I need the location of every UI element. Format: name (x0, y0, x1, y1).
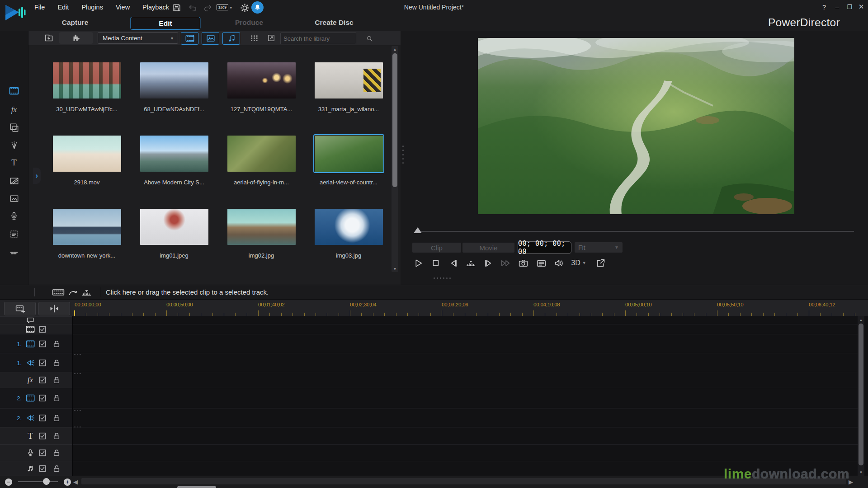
seek-playhead-marker[interactable] (414, 227, 422, 233)
library-item[interactable]: aerial-view-of-countr... (315, 136, 383, 186)
sidebar-item-title-room[interactable]: T (0, 156, 28, 169)
scroll-down-icon[interactable]: ▼ (392, 266, 398, 272)
track-header-title[interactable]: T (0, 427, 72, 444)
track-enable-checkbox[interactable] (39, 359, 46, 366)
track-enable-checkbox[interactable] (39, 449, 46, 456)
fast-forward-icon[interactable] (499, 257, 512, 269)
preview-seekbar[interactable] (414, 227, 861, 235)
tab-create-disc[interactable]: Create Disc (315, 15, 353, 31)
redo-icon[interactable] (202, 2, 213, 14)
insert-clip-bar[interactable]: Click here or drag the selected clip to … (0, 285, 868, 300)
menu-playback[interactable]: Playback (136, 0, 175, 15)
track-header-video-1[interactable]: 1. (0, 334, 72, 353)
movie-mode-button[interactable]: Movie (462, 243, 514, 253)
track-lock-icon[interactable] (53, 465, 60, 472)
scroll-up-icon[interactable]: ▲ (858, 317, 864, 323)
clip-mode-button[interactable]: Clip (412, 243, 461, 253)
timecode-display[interactable]: 00; 00; 00; 00 (518, 241, 571, 254)
track-manager-icon[interactable] (4, 302, 36, 315)
search-icon[interactable] (366, 35, 373, 42)
enlarge-icon[interactable] (264, 32, 278, 44)
sidebar-item-particle-room[interactable] (0, 138, 28, 152)
scroll-left-icon[interactable]: ◀ (73, 479, 78, 485)
track-enable-checkbox[interactable] (39, 326, 46, 333)
track-lock-icon[interactable] (53, 414, 60, 422)
track-lock-icon[interactable] (53, 432, 60, 440)
undo-icon[interactable] (187, 2, 198, 14)
zoom-out-button[interactable]: − (5, 479, 12, 486)
timeline-ruler[interactable]: 00;00;00;0000;00;50;0000;01;40;0200;02;3… (0, 299, 868, 317)
thumbnail[interactable] (227, 136, 296, 172)
menu-plugins[interactable]: Plugins (75, 0, 109, 15)
zoom-slider-knob[interactable] (43, 478, 50, 485)
panel-splitter-handle[interactable] (401, 145, 405, 164)
track-enable-checkbox[interactable] (39, 465, 46, 472)
aspect-ratio-dropdown[interactable]: 16:9 ▾ (217, 3, 232, 11)
import-media-icon[interactable] (41, 32, 57, 44)
thumbnail[interactable] (227, 62, 296, 99)
sidebar-item-subtitle-room[interactable] (0, 244, 28, 258)
timeline-zoom-slider[interactable] (18, 481, 58, 482)
notification-bell-icon[interactable] (251, 1, 264, 14)
sidebar-item-voice-over-room[interactable] (0, 209, 28, 223)
filter-music-icon[interactable] (222, 32, 240, 45)
filter-video-icon[interactable] (181, 32, 198, 45)
track-lock-icon[interactable] (53, 376, 60, 384)
stop-icon[interactable] (429, 257, 442, 269)
track-header-video-2[interactable]: 2. (0, 388, 72, 408)
track-enable-checkbox[interactable] (39, 432, 46, 440)
library-item[interactable]: 127_NTQ0M19QMTA... (227, 62, 296, 113)
track-header-chapter[interactable] (0, 316, 72, 324)
menu-view[interactable]: View (109, 0, 136, 15)
sidebar-item-pip-objects-room[interactable] (0, 121, 28, 134)
scrollbar-thumb[interactable] (392, 53, 397, 187)
track-resize-grip[interactable] (74, 410, 81, 411)
track-enable-checkbox[interactable] (39, 376, 46, 384)
track-header-audio-2[interactable]: 2. (0, 408, 72, 427)
track-header-music[interactable] (0, 461, 72, 476)
track-resize-grip[interactable] (74, 373, 81, 374)
previous-frame-icon[interactable] (447, 257, 460, 269)
track-header-voice[interactable] (0, 444, 72, 461)
sidebar-item-transition-room[interactable] (0, 174, 28, 188)
horizontal-scrollbar-thumb[interactable] (177, 486, 216, 488)
thumbnail[interactable] (53, 136, 121, 172)
sidebar-item-effect-room[interactable]: fx (0, 103, 28, 117)
undock-window-icon[interactable] (594, 257, 607, 269)
library-item[interactable]: img03.jpg (315, 209, 383, 259)
play-icon[interactable] (412, 257, 425, 269)
scroll-up-icon[interactable]: ▲ (392, 46, 398, 52)
sidebar-item-overlay-room[interactable] (0, 192, 28, 205)
track-lock-icon[interactable] (53, 449, 60, 456)
track-header-clip[interactable] (0, 324, 72, 334)
library-item[interactable]: 331_marta_ja_wilano... (315, 62, 383, 113)
zoom-in-button[interactable]: + (64, 479, 71, 486)
media-content-dropdown[interactable]: Media Content ▾ (98, 32, 178, 44)
track-lock-icon[interactable] (53, 359, 60, 366)
restore-button[interactable]: ❐ (844, 0, 855, 14)
snap-marker-icon[interactable] (38, 302, 70, 315)
thumbnail[interactable] (315, 209, 383, 245)
track-lock-icon[interactable] (53, 394, 60, 402)
library-item[interactable]: 2918.mov (53, 136, 121, 186)
tab-produce[interactable]: Produce (235, 15, 263, 31)
tab-edit[interactable]: Edit (130, 17, 200, 30)
preview-options-icon[interactable] (535, 257, 547, 269)
track-header-audio-1[interactable]: 1. (0, 353, 72, 372)
scroll-down-icon[interactable]: ▼ (858, 469, 864, 475)
timeline-playhead[interactable] (74, 310, 75, 317)
next-frame-icon[interactable] (482, 257, 495, 269)
zoom-fit-dropdown[interactable]: Fit ▼ (575, 242, 623, 253)
thumbnail[interactable] (53, 62, 121, 99)
library-item[interactable]: img02.jpg (227, 209, 296, 259)
thumbnail[interactable] (53, 209, 121, 245)
track-enable-checkbox[interactable] (39, 340, 46, 347)
track-header-fx[interactable]: fx (0, 372, 72, 388)
library-expander-chevron[interactable]: › (33, 168, 41, 184)
thumbnail[interactable] (140, 136, 208, 172)
tab-capture[interactable]: Capture (62, 15, 89, 31)
grid-view-icon[interactable] (247, 32, 261, 44)
track-enable-checkbox[interactable] (39, 394, 46, 402)
track-resize-grip[interactable] (74, 427, 81, 427)
3d-toggle[interactable]: 3D▼ (568, 257, 589, 269)
